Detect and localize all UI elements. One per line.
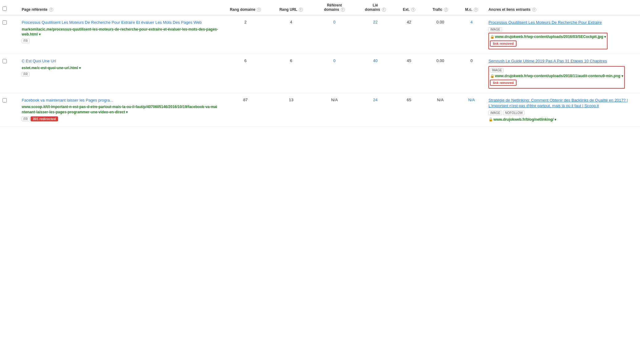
row1-url-domain: markomilacic.me	[22, 27, 52, 31]
header-rang-domaine: Rang domaine i	[221, 0, 270, 15]
row1-lie: 22	[356, 15, 395, 54]
row3-trafic: N/A	[424, 93, 457, 127]
header-lie-domains: Liédomains i	[356, 0, 395, 15]
row1-ext: 42	[395, 15, 424, 54]
row3-anchor-dropdown[interactable]: ▾	[554, 118, 556, 121]
header-ancres: Ancres et liens entrants i	[486, 0, 640, 15]
row1-ancres-cell: Processus Quutilisent Les Moteurs De Rec…	[486, 15, 640, 54]
row1-checkbox[interactable]	[2, 20, 7, 25]
row1-mc: 4	[457, 15, 486, 54]
row1-checkbox-cell	[0, 15, 19, 54]
row1-referent: 0	[313, 15, 356, 54]
row2-lang-badge: FR	[22, 72, 29, 77]
row2-url-path: /c-est-quoi-une-url.html	[37, 66, 78, 70]
row1-trafic: 0.00	[424, 15, 457, 54]
row1-rang-url: 4	[270, 15, 313, 54]
row2-mc: 0	[457, 54, 486, 93]
backlinks-table: Page référente i Rang domaine i Rang URL…	[0, 0, 640, 127]
select-all-checkbox[interactable]	[2, 6, 7, 11]
header-referent-domains: Référentdomains i	[313, 0, 356, 15]
row1-anchor-type: IMAGE	[488, 27, 502, 32]
table-header-row: Page référente i Rang domaine i Rang URL…	[0, 0, 640, 15]
row3-url-dropdown[interactable]: ▾	[126, 110, 128, 114]
row3-lock-icon: 🔒	[488, 117, 493, 122]
header-ext: Ext. i	[395, 0, 424, 15]
row1-lock-icon: 🔒	[490, 35, 495, 39]
row1-red-outline-box: 🔒www.drujokweb.fr/wp-content/uploads/201…	[488, 33, 608, 50]
row2-page-cell: C Est Quoi Une Url estet.me/c-est-quoi-u…	[19, 54, 221, 93]
row2-checkbox-cell	[0, 54, 19, 93]
backlinks-table-container: Page référente i Rang domaine i Rang URL…	[0, 0, 640, 127]
row2-lie: 40	[356, 54, 395, 93]
header-mc: M.c. i	[457, 0, 486, 15]
table-row: C Est Quoi Une Url estet.me/c-est-quoi-u…	[0, 54, 640, 93]
info-icon-rang-domaine: i	[257, 8, 261, 12]
info-icon-lie: i	[382, 8, 386, 12]
row2-trafic: 0.00	[424, 54, 457, 93]
row2-link-removed-badge: link removed	[490, 80, 517, 86]
row3-lang-badge: FR	[22, 117, 29, 121]
row2-checkbox[interactable]	[2, 59, 7, 63]
info-icon-mc: i	[474, 8, 478, 12]
row3-page-title[interactable]: Facebook va maintenant laisser les Pages…	[22, 98, 219, 103]
header-checkbox	[0, 0, 19, 15]
row2-referent: 0	[313, 54, 356, 93]
row2-rang-url: 6	[270, 54, 313, 93]
row3-referent: N/A	[313, 93, 356, 127]
info-icon-rang-url: i	[299, 8, 303, 12]
row2-anchor-type: IMAGE	[490, 68, 504, 73]
row1-rang-domaine: 2	[221, 15, 270, 54]
row1-page-title[interactable]: Processus Quutilisent Les Moteurs De Rec…	[22, 20, 219, 25]
row1-page-cell: Processus Quutilisent Les Moteurs De Rec…	[19, 15, 221, 54]
info-icon-page: i	[49, 8, 53, 12]
row3-mc: N/A	[457, 93, 486, 127]
row3-ext: 65	[395, 93, 424, 127]
header-rang-url: Rang URL i	[270, 0, 313, 15]
info-icon-ancres: i	[532, 8, 536, 12]
row1-url-dropdown[interactable]: ▾	[39, 32, 41, 36]
row1-anchor-title[interactable]: Processus Quutilisent Les Moteurs De Rec…	[488, 20, 638, 25]
row3-ancres-cell: Stratégie de Netlinking: Comment Obtenir…	[486, 93, 640, 127]
row2-url-domain: estet.me	[22, 66, 37, 70]
row3-checkbox[interactable]	[2, 98, 7, 103]
row2-page-url: estet.me/c-est-quoi-une-url.html ▾	[22, 65, 219, 71]
row2-ext: 45	[395, 54, 424, 93]
row1-anchor-block: IMAGE	[488, 27, 502, 33]
row3-checkbox-cell	[0, 93, 19, 127]
row1-page-url: markomilacic.me/processus-quutilisent-le…	[22, 27, 219, 37]
row2-ancres-cell: Semrush Le Guide Ultime 2019 Pas A Pas 3…	[486, 54, 640, 93]
info-icon-referent: i	[341, 8, 345, 12]
row3-lie: 24	[356, 93, 395, 127]
table-row: Processus Quutilisent Les Moteurs De Rec…	[0, 15, 640, 54]
row3-anchor-type2: NOFOLLOW	[503, 111, 525, 115]
row1-anchor-url: 🔒www.drujokweb.fr/wp-content/uploads/201…	[490, 34, 606, 40]
table-row: Facebook va maintenant laisser les Pages…	[0, 93, 640, 127]
row3-page-url: www.scoop.it/t/l-important-n-est-pas-d-e…	[22, 104, 219, 115]
row3-url-path: /t/l-important-n-est-pas-d-etre-partout-…	[22, 105, 217, 114]
row1-anchor-dropdown[interactable]: ▾	[604, 35, 606, 39]
row3-anchor-type: IMAGE	[488, 111, 502, 115]
row2-lock-icon: 🔒	[490, 74, 495, 78]
row3-rang-url: 13	[270, 93, 313, 127]
row3-page-cell: Facebook va maintenant laisser les Pages…	[19, 93, 221, 127]
row3-anchor-url: 🔒www.drujokweb.fr/blog/netlinking/ ▾	[488, 117, 638, 122]
header-trafic: Trafic i	[424, 0, 457, 15]
info-icon-ext: i	[411, 8, 415, 12]
row2-url-dropdown[interactable]: ▾	[79, 66, 81, 70]
row3-rang-domaine: 87	[221, 93, 270, 127]
row2-red-outline-box: IMAGE 🔒www.drujokweb.fr/wp-content/uploa…	[488, 66, 625, 89]
row2-anchor-dropdown[interactable]: ▾	[621, 74, 623, 78]
info-icon-trafic: i	[444, 8, 448, 12]
row3-url-domain: www.scoop.it	[22, 105, 45, 109]
row2-anchor-title[interactable]: Semrush Le Guide Ultime 2019 Pas A Pas 3…	[488, 58, 638, 64]
row3-anchor-title[interactable]: Stratégie de Netlinking: Comment Obtenir…	[488, 98, 638, 109]
row2-anchor-url: 🔒www.drujokweb.fr/wp-content/uploads/201…	[490, 73, 623, 79]
header-page: Page référente i	[19, 0, 221, 15]
row2-page-title[interactable]: C Est Quoi Une Url	[22, 58, 219, 64]
row3-status-badge: 301 redirected	[31, 116, 58, 121]
row1-link-removed-badge: link removed	[490, 40, 517, 47]
row1-lang-badge: FR	[22, 39, 29, 43]
row2-rang-domaine: 6	[221, 54, 270, 93]
row2-anchor-block: IMAGE	[490, 68, 504, 73]
